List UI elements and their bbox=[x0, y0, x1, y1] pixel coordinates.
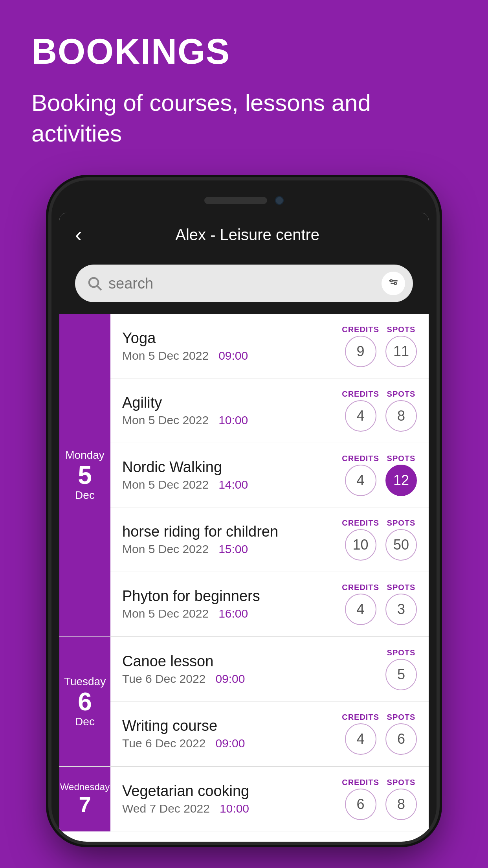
nordic-walking-credits-badge: 4 bbox=[345, 465, 376, 496]
day-label-monday: Monday 5 Dec bbox=[59, 314, 110, 636]
agility-spots-label: SPOTS bbox=[387, 390, 416, 399]
back-button[interactable]: ‹ bbox=[75, 224, 82, 245]
yoga-info: Yoga Mon 5 Dec 2022 09:00 bbox=[122, 330, 342, 362]
nordic-walking-spots-badge: 12 bbox=[385, 465, 417, 496]
activity-item-phyton[interactable]: Phyton for beginners Mon 5 Dec 2022 16:0… bbox=[110, 572, 429, 636]
vegetarian-spots-label: SPOTS bbox=[387, 778, 416, 787]
search-input[interactable] bbox=[108, 275, 382, 292]
vegetarian-badges: CREDITS 6 SPOTS 8 bbox=[342, 778, 417, 820]
agility-credits-badge: 4 bbox=[345, 400, 376, 432]
search-icon bbox=[87, 276, 103, 291]
tuesday-activities: Canoe lesson Tue 6 Dec 2022 09:00 CREDIT… bbox=[110, 637, 429, 766]
activity-list: Monday 5 Dec Yoga Mon 5 Dec 2022 bbox=[59, 314, 429, 831]
agility-credits-group: CREDITS 4 bbox=[342, 390, 379, 432]
canoe-badges: CREDITS - SPOTS 5 bbox=[342, 648, 417, 690]
activity-item-agility[interactable]: Agility Mon 5 Dec 2022 10:00 CREDITS bbox=[110, 379, 429, 443]
nordic-walking-name: Nordic Walking bbox=[122, 459, 342, 476]
nordic-walking-spots-group: SPOTS 12 bbox=[385, 454, 417, 496]
canoe-info: Canoe lesson Tue 6 Dec 2022 09:00 bbox=[122, 653, 342, 686]
canoe-name: Canoe lesson bbox=[122, 653, 342, 670]
horse-riding-spots-badge: 50 bbox=[385, 529, 417, 561]
yoga-name: Yoga bbox=[122, 330, 342, 347]
writing-date: Tue 6 Dec 2022 09:00 bbox=[122, 737, 342, 750]
agility-info: Agility Mon 5 Dec 2022 10:00 bbox=[122, 394, 342, 427]
agility-credits-label: CREDITS bbox=[342, 390, 379, 399]
phyton-time: 16:00 bbox=[218, 607, 248, 620]
activity-item-yoga[interactable]: Yoga Mon 5 Dec 2022 09:00 CREDITS bbox=[110, 314, 429, 379]
day-name-wednesday: Wednesday bbox=[60, 782, 110, 793]
nordic-walking-time: 14:00 bbox=[218, 478, 248, 491]
header-section: BOOKINGS Booking of courses, lessons and… bbox=[0, 0, 488, 173]
vegetarian-credits-group: CREDITS 6 bbox=[342, 778, 379, 820]
day-month-tuesday: Dec bbox=[75, 715, 95, 728]
yoga-spots-label: SPOTS bbox=[387, 325, 416, 334]
horse-riding-time: 15:00 bbox=[218, 542, 248, 555]
day-month-monday: Dec bbox=[75, 489, 95, 502]
vegetarian-date-text: Wed 7 Dec 2022 bbox=[122, 802, 210, 815]
nordic-walking-date: Mon 5 Dec 2022 14:00 bbox=[122, 478, 342, 491]
nordic-walking-credits-group: CREDITS 4 bbox=[342, 454, 379, 496]
phone-mockup: ‹ Alex - Leisure centre bbox=[51, 180, 437, 842]
writing-spots-group: SPOTS 6 bbox=[385, 713, 417, 755]
phone-top-bar bbox=[59, 192, 429, 213]
yoga-date-text: Mon 5 Dec 2022 bbox=[122, 349, 209, 362]
vegetarian-info: Vegetarian cooking Wed 7 Dec 2022 10:00 bbox=[122, 783, 342, 815]
agility-name: Agility bbox=[122, 394, 342, 411]
horse-riding-credits-label: CREDITS bbox=[342, 519, 379, 528]
day-group-monday: Monday 5 Dec Yoga Mon 5 Dec 2022 bbox=[59, 314, 429, 636]
canoe-time: 09:00 bbox=[215, 672, 245, 685]
horse-riding-info: horse riding for children Mon 5 Dec 2022… bbox=[122, 523, 342, 556]
activity-item-nordic-walking[interactable]: Nordic Walking Mon 5 Dec 2022 14:00 CRED… bbox=[110, 443, 429, 508]
agility-badges: CREDITS 4 SPOTS 8 bbox=[342, 390, 417, 432]
writing-info: Writing course Tue 6 Dec 2022 09:00 bbox=[122, 717, 342, 750]
activity-item-vegetarian[interactable]: Vegetarian cooking Wed 7 Dec 2022 10:00 … bbox=[110, 767, 429, 831]
phone-speaker bbox=[204, 197, 267, 204]
vegetarian-spots-badge: 8 bbox=[385, 789, 417, 820]
canoe-spots-label: SPOTS bbox=[387, 648, 416, 657]
yoga-spots-group: SPOTS 11 bbox=[385, 325, 417, 367]
horse-riding-name: horse riding for children bbox=[122, 523, 342, 540]
agility-time: 10:00 bbox=[218, 414, 248, 427]
horse-riding-spots-label: SPOTS bbox=[387, 519, 416, 528]
yoga-time: 09:00 bbox=[218, 349, 248, 362]
canoe-spots-group: SPOTS 5 bbox=[385, 648, 417, 690]
writing-credits-label: CREDITS bbox=[342, 713, 379, 722]
writing-time: 09:00 bbox=[215, 737, 245, 750]
agility-date: Mon 5 Dec 2022 10:00 bbox=[122, 414, 342, 427]
writing-credits-badge: 4 bbox=[345, 723, 376, 755]
phyton-info: Phyton for beginners Mon 5 Dec 2022 16:0… bbox=[122, 588, 342, 620]
monday-activities: Yoga Mon 5 Dec 2022 09:00 CREDITS bbox=[110, 314, 429, 636]
phyton-credits-label: CREDITS bbox=[342, 583, 379, 592]
writing-date-text: Tue 6 Dec 2022 bbox=[122, 737, 205, 750]
activity-item-canoe[interactable]: Canoe lesson Tue 6 Dec 2022 09:00 CREDIT… bbox=[110, 637, 429, 702]
activity-item-horse-riding[interactable]: horse riding for children Mon 5 Dec 2022… bbox=[110, 508, 429, 572]
nordic-walking-badges: CREDITS 4 SPOTS 12 bbox=[342, 454, 417, 496]
yoga-credits-group: CREDITS 9 bbox=[342, 325, 379, 367]
vegetarian-credits-badge: 6 bbox=[345, 789, 376, 820]
phyton-credits-group: CREDITS 4 bbox=[342, 583, 379, 625]
search-bar[interactable] bbox=[75, 265, 413, 302]
canoe-spots-badge: 5 bbox=[385, 659, 417, 690]
vegetarian-spots-group: SPOTS 8 bbox=[385, 778, 417, 820]
yoga-credits-label: CREDITS bbox=[342, 325, 379, 334]
vegetarian-time: 10:00 bbox=[220, 802, 249, 815]
filter-button[interactable] bbox=[382, 272, 405, 295]
page-subtitle: Booking of courses, lessons and activiti… bbox=[31, 88, 457, 149]
day-label-tuesday: Tuesday 6 Dec bbox=[59, 637, 110, 766]
nordic-walking-credits-label: CREDITS bbox=[342, 454, 379, 463]
svg-point-0 bbox=[89, 278, 98, 287]
phone-camera bbox=[275, 196, 284, 205]
phyton-spots-group: SPOTS 3 bbox=[385, 583, 417, 625]
navbar-title: Alex - Leisure centre bbox=[82, 226, 413, 244]
phyton-date-text: Mon 5 Dec 2022 bbox=[122, 607, 209, 620]
agility-spots-group: SPOTS 8 bbox=[385, 390, 417, 432]
activity-item-writing[interactable]: Writing course Tue 6 Dec 2022 09:00 CRED… bbox=[110, 702, 429, 766]
agility-date-text: Mon 5 Dec 2022 bbox=[122, 414, 209, 427]
nordic-walking-spots-label: SPOTS bbox=[387, 454, 416, 463]
phyton-date: Mon 5 Dec 2022 16:00 bbox=[122, 607, 342, 620]
vegetarian-credits-label: CREDITS bbox=[342, 778, 379, 787]
horse-riding-date-text: Mon 5 Dec 2022 bbox=[122, 542, 209, 555]
day-group-tuesday: Tuesday 6 Dec Canoe lesson Tue 6 Dec 202… bbox=[59, 636, 429, 766]
yoga-date: Mon 5 Dec 2022 09:00 bbox=[122, 349, 342, 362]
app-navbar: ‹ Alex - Leisure centre bbox=[59, 213, 429, 257]
